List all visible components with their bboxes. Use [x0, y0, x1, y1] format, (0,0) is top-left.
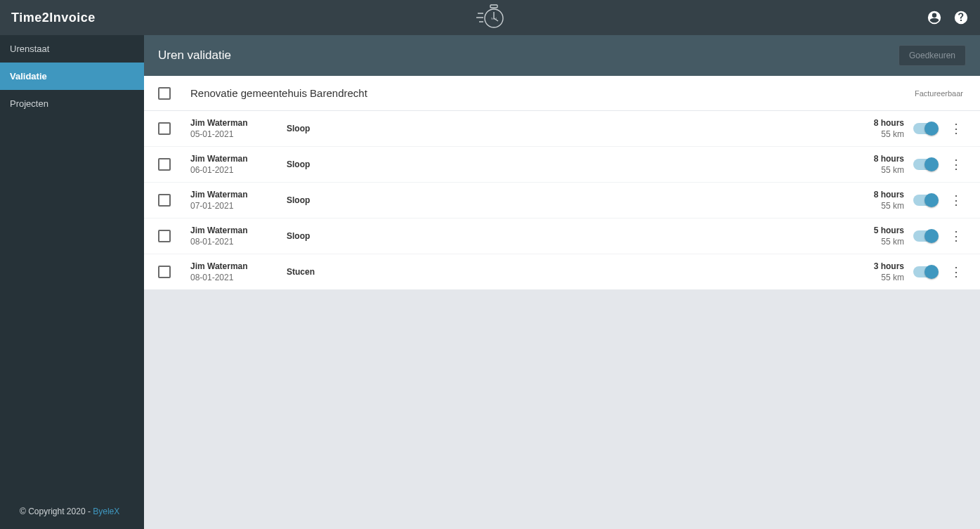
account-icon[interactable]: [927, 10, 942, 25]
entry-overflow-menu[interactable]: ⋮: [946, 266, 966, 278]
entry-task: Sloop: [287, 195, 848, 205]
billable-toggle[interactable]: [913, 195, 937, 206]
billable-label: Factureerbaar: [915, 89, 963, 98]
entry-km: 55 km: [848, 165, 904, 175]
entry-overflow-menu[interactable]: ⋮: [946, 122, 966, 135]
entry-km: 55 km: [848, 129, 904, 139]
entry-hours: 3 hours: [848, 261, 904, 271]
logo-text: Time2: [490, 18, 497, 20]
entry-hours: 8 hours: [848, 190, 904, 200]
more-vert-icon: ⋮: [950, 158, 962, 171]
entry-overflow-menu[interactable]: ⋮: [946, 230, 966, 242]
entry-hours: 8 hours: [848, 118, 904, 128]
entry-name: Jim Waterman: [190, 190, 287, 200]
entry-date: 08-01-2021: [190, 237, 287, 247]
project-row: Renovatie gemeentehuis Barendrecht Factu…: [144, 76, 980, 111]
billable-toggle[interactable]: [913, 123, 937, 134]
sidebar-item-urenstaat[interactable]: Urenstaat: [0, 35, 144, 63]
nav-list: Urenstaat Validatie Projecten: [0, 35, 144, 117]
billable-toggle[interactable]: [913, 266, 937, 277]
entries-list: Jim Waterman 05-01-2021 Sloop 8 hours 55…: [144, 111, 980, 289]
entry-km: 55 km: [848, 273, 904, 282]
svg-rect-1: [490, 5, 497, 8]
copyright-text: © Copyright 2020 -: [20, 507, 93, 516]
page-title: Uren validatie: [158, 48, 231, 63]
entry-name: Jim Waterman: [190, 154, 287, 164]
entry-date: 08-01-2021: [190, 273, 287, 282]
more-vert-icon: ⋮: [950, 266, 962, 278]
entry-checkbox[interactable]: [158, 122, 171, 135]
entry-task: Stucen: [287, 267, 848, 277]
entry-name: Jim Waterman: [190, 261, 287, 271]
entry-date: 05-01-2021: [190, 129, 287, 139]
entry-km: 55 km: [848, 201, 904, 211]
footer: © Copyright 2020 - ByeleX: [0, 499, 144, 529]
entry-checkbox[interactable]: [158, 158, 171, 171]
sidebar-item-projecten[interactable]: Projecten: [0, 90, 144, 117]
entry-overflow-menu[interactable]: ⋮: [946, 158, 966, 171]
entry-km: 55 km: [848, 237, 904, 247]
entry-row: Jim Waterman 05-01-2021 Sloop 8 hours 55…: [144, 111, 980, 147]
sidebar: Urenstaat Validatie Projecten © Copyrigh…: [0, 35, 144, 529]
entry-name: Jim Waterman: [190, 118, 287, 128]
more-vert-icon: ⋮: [950, 122, 962, 135]
entry-row: Jim Waterman 07-01-2021 Sloop 8 hours 55…: [144, 183, 980, 218]
approve-button[interactable]: Goedkeuren: [899, 45, 966, 66]
main-content: Uren validatie Goedkeuren Renovatie geme…: [144, 35, 980, 529]
entry-row: Jim Waterman 06-01-2021 Sloop 8 hours 55…: [144, 147, 980, 183]
entry-date: 06-01-2021: [190, 165, 287, 175]
entry-task: Sloop: [287, 231, 848, 241]
footer-link[interactable]: ByeleX: [93, 507, 119, 516]
entry-task: Sloop: [287, 159, 848, 169]
topbar: Time2Invoice Time2: [0, 0, 980, 35]
logo-icon: Time2: [475, 2, 506, 33]
more-vert-icon: ⋮: [950, 194, 962, 207]
billable-toggle[interactable]: [913, 230, 937, 242]
project-title: Renovatie gemeentehuis Barendrecht: [190, 87, 915, 99]
app-brand: Time2Invoice: [11, 11, 96, 25]
entry-checkbox[interactable]: [158, 194, 171, 207]
entry-hours: 5 hours: [848, 226, 904, 235]
entry-checkbox[interactable]: [158, 266, 171, 278]
billable-toggle[interactable]: [913, 159, 937, 170]
entry-overflow-menu[interactable]: ⋮: [946, 194, 966, 207]
entry-hours: 8 hours: [848, 154, 904, 164]
help-icon[interactable]: [953, 10, 969, 25]
main-header: Uren validatie Goedkeuren: [144, 35, 980, 76]
entry-checkbox[interactable]: [158, 230, 171, 242]
sidebar-item-validatie[interactable]: Validatie: [0, 63, 144, 90]
more-vert-icon: ⋮: [950, 230, 962, 242]
topbar-actions: [927, 10, 969, 25]
entry-date: 07-01-2021: [190, 201, 287, 211]
entry-name: Jim Waterman: [190, 226, 287, 235]
project-checkbox[interactable]: [158, 87, 171, 100]
entry-row: Jim Waterman 08-01-2021 Stucen 3 hours 5…: [144, 254, 980, 289]
entry-row: Jim Waterman 08-01-2021 Sloop 5 hours 55…: [144, 218, 980, 254]
entry-task: Sloop: [287, 124, 848, 133]
